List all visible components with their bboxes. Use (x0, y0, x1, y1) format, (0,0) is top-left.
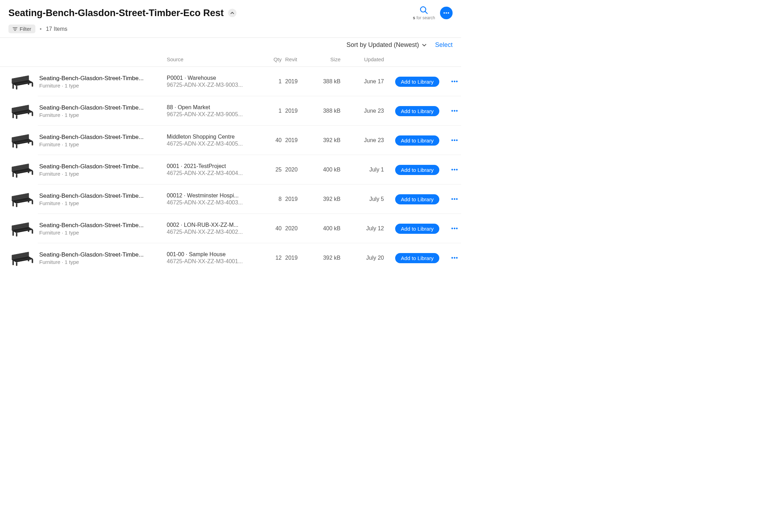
chevron-down-icon (422, 43, 427, 48)
sort-dropdown[interactable]: Sort by Updated (Newest) (346, 41, 427, 49)
table-row[interactable]: Seating-Bench-Glasdon-Street-Timbe... Fu… (0, 243, 461, 273)
bench-thumbnail-icon (10, 73, 35, 90)
bench-thumbnail-icon (10, 250, 35, 266)
bench-thumbnail-icon (10, 220, 35, 237)
collapse-button[interactable] (228, 9, 236, 17)
source-main: 0002 · LON-RUB-XX-ZZ-M... (167, 222, 257, 228)
bench-thumbnail-icon (10, 103, 35, 119)
source-sub: 46725-ADN-XX-ZZ-M3-4001... (167, 258, 257, 265)
add-to-library-button[interactable]: Add to Library (395, 253, 439, 263)
add-to-library-button[interactable]: Add to Library (395, 194, 439, 204)
source-main: 88 · Open Market (167, 104, 257, 111)
more-horizontal-icon: ••• (451, 255, 458, 261)
row-more-button[interactable]: ••• (448, 225, 461, 232)
svg-point-4 (448, 12, 449, 14)
search-icon[interactable] (419, 6, 428, 15)
qty-value: 8 (263, 196, 284, 202)
revit-value: 2019 (285, 78, 306, 85)
svg-point-2 (444, 12, 445, 14)
row-more-button[interactable]: ••• (448, 167, 461, 173)
add-to-library-button[interactable]: Add to Library (395, 224, 439, 234)
more-horizontal-icon: ••• (451, 167, 458, 173)
revit-value: 2020 (285, 167, 306, 173)
source-sub: 46725-ADN-XX-ZZ-M3-4004... (167, 170, 257, 176)
updated-value: June 23 (344, 108, 386, 114)
more-actions-button[interactable] (440, 7, 453, 19)
bench-thumbnail-icon (10, 132, 35, 149)
chevron-up-icon (230, 11, 234, 15)
size-value: 392 kB (308, 255, 343, 261)
table-row[interactable]: Seating-Bench-Glasdon-Street-Timbe... Fu… (0, 96, 461, 126)
sort-label: Sort by Updated (Newest) (346, 41, 419, 49)
item-name: Seating-Bench-Glasdon-Street-Timbe... (39, 251, 161, 258)
updated-value: July 5 (344, 196, 386, 202)
qty-value: 1 (263, 78, 284, 85)
updated-value: July 20 (344, 255, 386, 261)
add-to-library-button[interactable]: Add to Library (395, 106, 439, 116)
svg-line-1 (425, 12, 427, 14)
table-row[interactable]: Seating-Bench-Glasdon-Street-Timbe... Fu… (0, 184, 461, 214)
table-row[interactable]: Seating-Bench-Glasdon-Street-Timbe... Fu… (0, 126, 461, 155)
col-revit: Revit (285, 56, 306, 62)
row-more-button[interactable]: ••• (448, 78, 461, 85)
filter-icon (13, 27, 18, 31)
filter-button[interactable]: Filter (8, 24, 35, 33)
size-value: 400 kB (308, 225, 343, 232)
add-to-library-button[interactable]: Add to Library (395, 135, 439, 146)
add-to-library-button[interactable]: Add to Library (395, 77, 439, 87)
search-hint: s for search (413, 15, 435, 20)
size-value: 392 kB (308, 137, 343, 144)
item-meta: Furniture · 1 type (39, 200, 161, 206)
item-name: Seating-Bench-Glasdon-Street-Timbe... (39, 75, 161, 82)
table-row[interactable]: Seating-Bench-Glasdon-Street-Timbe... Fu… (0, 214, 461, 243)
revit-value: 2019 (285, 255, 306, 261)
col-source: Source (167, 56, 261, 62)
item-meta: Furniture · 1 type (39, 230, 161, 236)
source-main: P0001 · Warehouse (167, 75, 257, 81)
row-more-button[interactable]: ••• (448, 196, 461, 202)
source-sub: 96725-ADN-XX-ZZ-M3-9005... (167, 111, 257, 118)
size-value: 388 kB (308, 108, 343, 114)
updated-value: July 1 (344, 167, 386, 173)
add-to-library-button[interactable]: Add to Library (395, 165, 439, 175)
qty-value: 40 (263, 137, 284, 144)
qty-value: 1 (263, 108, 284, 114)
revit-value: 2019 (285, 196, 306, 202)
source-main: Middleton Shopping Centre (167, 134, 257, 140)
more-horizontal-icon: ••• (451, 196, 458, 202)
updated-value: June 23 (344, 137, 386, 144)
size-value: 388 kB (308, 78, 343, 85)
source-main: 001-00 · Sample House (167, 251, 257, 258)
item-name: Seating-Bench-Glasdon-Street-Timbe... (39, 192, 161, 200)
select-link[interactable]: Select (435, 41, 453, 49)
revit-value: 2020 (285, 225, 306, 232)
item-meta: Furniture · 1 type (39, 112, 161, 118)
page-title: Seating-Bench-Glasdon-Street-Timber-Eco … (8, 8, 224, 19)
item-meta: Furniture · 1 type (39, 83, 161, 89)
revit-value: 2019 (285, 108, 306, 114)
item-name: Seating-Bench-Glasdon-Street-Timbe... (39, 134, 161, 141)
source-main: 0001 · 2021-TestProject (167, 163, 257, 169)
more-horizontal-icon: ••• (451, 78, 458, 85)
revit-value: 2019 (285, 137, 306, 144)
bench-thumbnail-icon (10, 161, 35, 178)
col-updated: Updated (344, 56, 386, 62)
row-more-button[interactable]: ••• (448, 137, 461, 144)
item-meta: Furniture · 1 type (39, 259, 161, 265)
table-row[interactable]: Seating-Bench-Glasdon-Street-Timbe... Fu… (0, 155, 461, 184)
item-meta: Furniture · 1 type (39, 171, 161, 177)
row-more-button[interactable]: ••• (448, 255, 461, 261)
bench-thumbnail-icon (10, 191, 35, 208)
more-horizontal-icon: ••• (451, 225, 458, 232)
size-value: 400 kB (308, 167, 343, 173)
row-more-button[interactable]: ••• (448, 108, 461, 114)
updated-value: June 17 (344, 78, 386, 85)
item-name: Seating-Bench-Glasdon-Street-Timbe... (39, 222, 161, 229)
col-qty: Qty (263, 56, 284, 62)
item-count: 17 Items (46, 26, 67, 32)
source-sub: 46725-ADN-XX-ZZ-M3-4003... (167, 200, 257, 206)
table-row[interactable]: Seating-Bench-Glasdon-Street-Timbe... Fu… (0, 67, 461, 96)
more-horizontal-icon: ••• (451, 137, 458, 144)
col-size: Size (308, 56, 343, 62)
filter-label: Filter (20, 26, 31, 32)
